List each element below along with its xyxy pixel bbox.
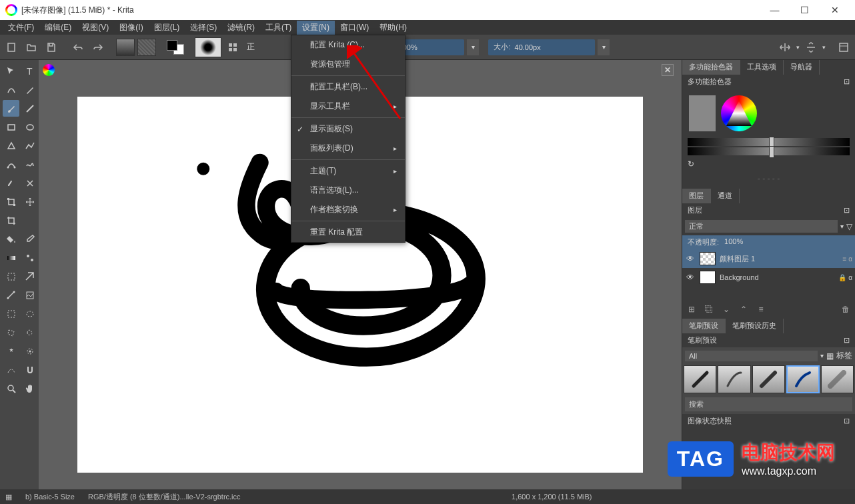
panel-menu-icon[interactable]: ⊡ [844,77,850,86]
menu-reset-config[interactable]: 重置 Krita 配置 [291,223,405,242]
similar-select-tool[interactable] [21,343,38,359]
measure-tool[interactable] [3,287,19,303]
menu-view[interactable]: 视图(V) [77,21,114,35]
brush-preset-4[interactable] [786,365,819,393]
none-tool[interactable] [21,212,38,229]
menu-tools[interactable]: 工具(T) [260,21,297,35]
size-slider[interactable]: 大小: 40.00px [488,39,595,55]
color-slider-1[interactable] [688,138,850,146]
gradient-tool[interactable] [3,249,19,266]
menu-window[interactable]: 窗口(W) [335,21,374,35]
ellipse-tool[interactable] [21,119,38,135]
menu-file[interactable]: 文件(F) [3,21,39,35]
document-close-button[interactable]: ✕ [662,64,674,76]
reference-tool[interactable] [21,287,38,303]
shape-edit-tool[interactable] [3,81,19,98]
preset-filter-select[interactable]: All [685,351,818,361]
rect-select-tool[interactable] [3,305,19,322]
layer-visibility-icon[interactable]: 👁 [685,253,696,264]
mirror-v-button[interactable] [802,39,820,56]
status-select-icon[interactable]: ▦ [5,493,12,501]
layer-opacity-slider[interactable]: 不透明度: 100% [682,235,855,249]
menu-configure-toolbars[interactable]: 配置工具栏(B)... [291,77,405,97]
menu-theme[interactable]: 主题(T) [291,161,405,181]
brush-tool[interactable] [3,100,19,117]
polygon-select-tool[interactable] [3,324,19,341]
brush-preset-3[interactable] [752,365,785,393]
color-value-box[interactable] [689,95,716,131]
undo-button[interactable] [69,39,87,56]
move-up-button[interactable]: ⌃ [737,303,750,316]
transform-tool[interactable] [3,193,19,210]
rect-tool[interactable] [3,119,19,135]
save-file-button[interactable] [43,39,60,56]
fill-tool[interactable] [3,231,19,247]
duplicate-layer-button[interactable]: ⿻ [702,303,716,316]
bezier-select-tool[interactable] [3,361,19,378]
brush-preset-1[interactable] [684,365,716,393]
line-tool[interactable] [21,100,38,117]
close-button[interactable]: ✕ [820,0,850,20]
multibrush-tool[interactable] [21,175,38,191]
layer-visibility-icon[interactable]: 👁 [685,272,696,283]
color-swap[interactable] [165,39,185,56]
menu-show-dockers[interactable]: ✓显示面板(S) [291,119,405,139]
zoom-tool[interactable] [3,380,19,397]
assistant-tool[interactable] [21,268,38,285]
move-down-button[interactable]: ⌄ [720,303,733,316]
dynamic-brush-tool[interactable] [3,175,19,191]
add-layer-button[interactable]: ⊞ [685,303,698,316]
menu-settings[interactable]: 设置(N) [297,21,335,35]
polyline-tool[interactable] [21,137,38,154]
pan-tool[interactable] [21,380,38,397]
bezier-tool[interactable] [3,156,19,173]
layer-props-button[interactable]: ≡ [754,303,768,316]
freehand-select-tool[interactable] [21,324,38,341]
new-file-button[interactable] [3,39,20,56]
filter-icon[interactable]: ▽ [846,222,852,231]
crop-tool[interactable] [3,212,19,229]
freehand-tool[interactable] [21,156,38,173]
color-slider-2[interactable] [688,147,850,155]
contiguous-select-tool[interactable] [3,343,19,359]
layer-name[interactable]: Background [720,273,834,281]
menu-layer[interactable]: 图层(L) [149,21,185,35]
tab-tooloptions[interactable]: 工具选项 [740,60,784,75]
brush-grid-button[interactable] [224,39,241,56]
tab-layers[interactable]: 图层 [682,189,711,203]
tab-colorpicker[interactable]: 多功能拾色器 [682,60,740,75]
brush-preview[interactable] [195,37,221,57]
tab-navigator[interactable]: 导航器 [784,60,820,75]
preset-search[interactable]: 搜索 [685,397,852,411]
menu-image[interactable]: 图像(I) [114,21,148,35]
polygon-tool[interactable] [3,137,19,154]
workspace-button[interactable] [835,39,852,56]
ellipse-select-tool[interactable] [21,305,38,322]
brush-preset-2[interactable] [718,365,750,393]
move-layer-tool[interactable] [21,193,38,210]
menu-help[interactable]: 帮助(H) [374,21,412,35]
tab-preset-history[interactable]: 笔刷预设历史 [726,319,784,333]
snapshot-menu-icon[interactable]: ⊡ [844,417,850,425]
colorpicker-tool[interactable] [21,231,38,247]
menu-docker-list[interactable]: 面板列表(D) [291,139,405,158]
redo-button[interactable] [89,39,107,56]
smart-patch-tool[interactable] [3,268,19,285]
tag-label[interactable]: 标签 [836,350,852,361]
tab-presets[interactable]: 笔刷预设 [682,319,726,333]
pattern-swatch[interactable] [137,39,156,56]
blend-mode-select[interactable]: 正常 [685,220,838,233]
layers-menu-icon[interactable]: ⊡ [844,206,850,215]
layer-name[interactable]: 颜料图层 1 [720,254,839,264]
layer-row-2[interactable]: 👁 Background 🔒 α [682,268,855,287]
menu-show-toolbar[interactable]: 显示工具栏 [291,97,405,116]
minimize-button[interactable]: — [760,0,790,20]
opacity-arrow[interactable]: ▾ [467,39,479,55]
menu-configure-krita[interactable]: 配置 Krita (C)... [291,35,405,55]
gradient-swatch[interactable] [116,39,135,56]
refresh-icon[interactable]: ↻ [688,159,694,169]
menu-language[interactable]: 语言选项(L)... [291,181,405,200]
maximize-button[interactable]: ☐ [790,0,820,20]
mirror-h-button[interactable] [776,39,794,56]
color-wheel[interactable] [721,95,757,131]
